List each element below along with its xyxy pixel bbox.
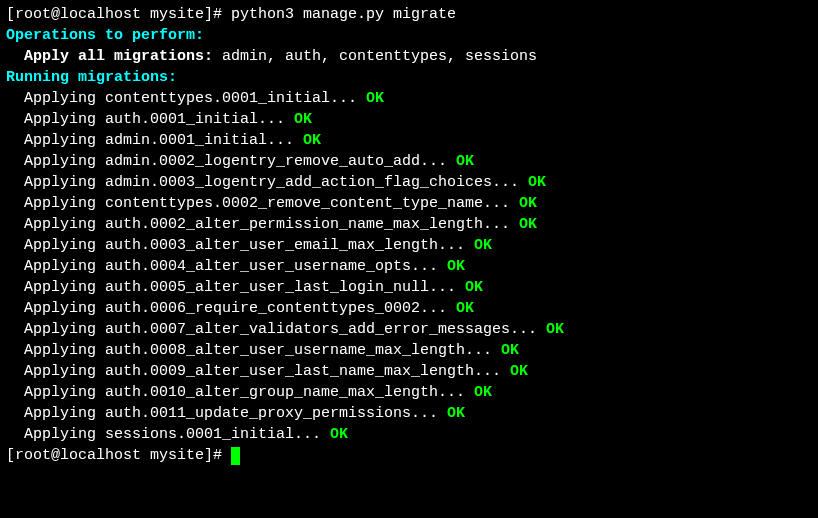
migration-name: auth.0009_alter_user_last_name_max_lengt…: [105, 363, 510, 380]
status-ok: OK: [474, 237, 492, 254]
migration-name: auth.0008_alter_user_username_max_length…: [105, 342, 501, 359]
terminal-line: Applying contenttypes.0002_remove_conten…: [6, 193, 812, 214]
apply-all-label: Apply all migrations:: [6, 48, 213, 65]
status-ok: OK: [447, 405, 465, 422]
migration-name: auth.0006_require_contenttypes_0002...: [105, 300, 456, 317]
shell-prompt: [root@localhost mysite]#: [6, 6, 231, 23]
migration-name: contenttypes.0002_remove_content_type_na…: [105, 195, 519, 212]
status-ok: OK: [474, 384, 492, 401]
applying-label: Applying: [6, 237, 105, 254]
operations-header: Operations to perform:: [6, 27, 204, 44]
terminal-line: Applying auth.0008_alter_user_username_m…: [6, 340, 812, 361]
terminal-line: Applying auth.0009_alter_user_last_name_…: [6, 361, 812, 382]
terminal-line: Applying auth.0006_require_contenttypes_…: [6, 298, 812, 319]
terminal-output: [root@localhost mysite]# python3 manage.…: [6, 4, 812, 466]
applying-label: Applying: [6, 342, 105, 359]
applying-label: Applying: [6, 258, 105, 275]
shell-prompt: [root@localhost mysite]#: [6, 447, 231, 464]
cursor[interactable]: [231, 447, 240, 465]
migration-name: admin.0002_logentry_remove_auto_add...: [105, 153, 456, 170]
migration-name: admin.0001_initial...: [105, 132, 303, 149]
status-ok: OK: [465, 279, 483, 296]
migration-name: sessions.0001_initial...: [105, 426, 330, 443]
applying-label: Applying: [6, 132, 105, 149]
terminal-line: Applying auth.0004_alter_user_username_o…: [6, 256, 812, 277]
terminal-line: Applying auth.0010_alter_group_name_max_…: [6, 382, 812, 403]
applying-label: Applying: [6, 300, 105, 317]
migration-name: auth.0001_initial...: [105, 111, 294, 128]
terminal-line: Applying admin.0002_logentry_remove_auto…: [6, 151, 812, 172]
status-ok: OK: [366, 90, 384, 107]
terminal-line: Applying auth.0003_alter_user_email_max_…: [6, 235, 812, 256]
migration-name: auth.0011_update_proxy_permissions...: [105, 405, 447, 422]
migration-name: auth.0002_alter_permission_name_max_leng…: [105, 216, 519, 233]
status-ok: OK: [456, 153, 474, 170]
migration-name: admin.0003_logentry_add_action_flag_choi…: [105, 174, 528, 191]
status-ok: OK: [510, 363, 528, 380]
applying-label: Applying: [6, 363, 105, 380]
status-ok: OK: [447, 258, 465, 275]
status-ok: OK: [528, 174, 546, 191]
status-ok: OK: [519, 216, 537, 233]
terminal-line: [root@localhost mysite]# python3 manage.…: [6, 4, 812, 25]
terminal-line: Operations to perform:: [6, 25, 812, 46]
running-header: Running migrations:: [6, 69, 177, 86]
shell-command: python3 manage.py migrate: [231, 6, 456, 23]
migration-name: contenttypes.0001_initial...: [105, 90, 366, 107]
applying-label: Applying: [6, 216, 105, 233]
terminal-line: Applying auth.0005_alter_user_last_login…: [6, 277, 812, 298]
migration-name: auth.0007_alter_validators_add_error_mes…: [105, 321, 546, 338]
terminal-line: Applying sessions.0001_initial... OK: [6, 424, 812, 445]
status-ok: OK: [294, 111, 312, 128]
terminal-line: Applying contenttypes.0001_initial... OK: [6, 88, 812, 109]
status-ok: OK: [519, 195, 537, 212]
apps-list: admin, auth, contenttypes, sessions: [213, 48, 537, 65]
applying-label: Applying: [6, 321, 105, 338]
terminal-line: Applying auth.0007_alter_validators_add_…: [6, 319, 812, 340]
status-ok: OK: [330, 426, 348, 443]
terminal-line: Applying auth.0002_alter_permission_name…: [6, 214, 812, 235]
terminal-line: Applying admin.0003_logentry_add_action_…: [6, 172, 812, 193]
applying-label: Applying: [6, 279, 105, 296]
applying-label: Applying: [6, 195, 105, 212]
applying-label: Applying: [6, 384, 105, 401]
migration-name: auth.0005_alter_user_last_login_null...: [105, 279, 465, 296]
status-ok: OK: [303, 132, 321, 149]
migration-name: auth.0004_alter_user_username_opts...: [105, 258, 447, 275]
applying-label: Applying: [6, 405, 105, 422]
applying-label: Applying: [6, 90, 105, 107]
status-ok: OK: [456, 300, 474, 317]
terminal-line: Apply all migrations: admin, auth, conte…: [6, 46, 812, 67]
terminal-line: Applying auth.0001_initial... OK: [6, 109, 812, 130]
applying-label: Applying: [6, 174, 105, 191]
terminal-line: Running migrations:: [6, 67, 812, 88]
status-ok: OK: [546, 321, 564, 338]
applying-label: Applying: [6, 111, 105, 128]
applying-label: Applying: [6, 153, 105, 170]
terminal-line: [root@localhost mysite]#: [6, 445, 812, 466]
applying-label: Applying: [6, 426, 105, 443]
migration-name: auth.0003_alter_user_email_max_length...: [105, 237, 474, 254]
terminal-line: Applying auth.0011_update_proxy_permissi…: [6, 403, 812, 424]
status-ok: OK: [501, 342, 519, 359]
migration-name: auth.0010_alter_group_name_max_length...: [105, 384, 474, 401]
terminal-line: Applying admin.0001_initial... OK: [6, 130, 812, 151]
